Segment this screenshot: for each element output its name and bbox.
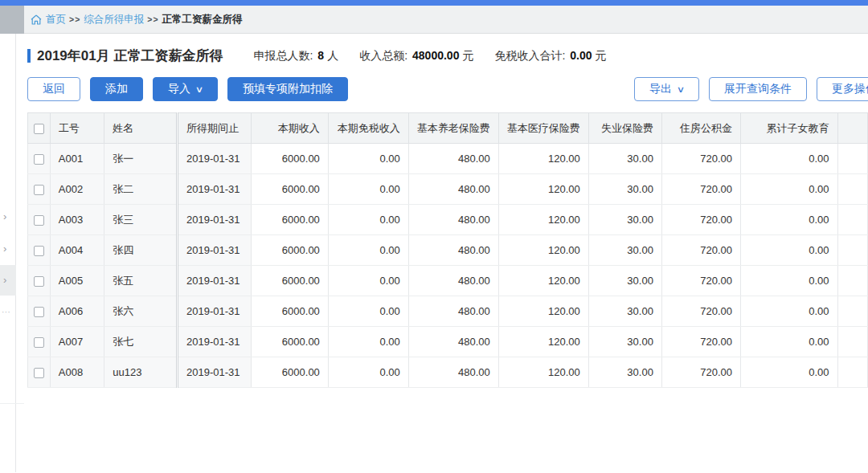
cell-tax_free_income: 0.00 (328, 266, 408, 296)
cell-housing_fund: 720.00 (661, 174, 740, 205)
cell-medical: 120.00 (498, 235, 588, 266)
more-actions-button[interactable]: 更多操作 (817, 77, 868, 101)
col-header-stub (837, 113, 867, 144)
stat-total-income: 收入总额:48000.00元 (359, 49, 473, 63)
cell-unemployment: 30.00 (588, 144, 661, 174)
cell-medical: 120.00 (498, 205, 588, 235)
row-checkbox[interactable] (34, 185, 44, 195)
cell-child_edu: 0.00 (740, 266, 837, 296)
summary-stats: 申报总人数:8人 收入总额:48000.00元 免税收入合计:0.00元 (253, 49, 606, 63)
prefill-special-deduction-button[interactable]: 预填专项附加扣除 (227, 77, 348, 101)
cell-stub (837, 266, 867, 296)
cell-unemployment: 30.00 (588, 357, 661, 388)
cell-name: 张三 (104, 205, 178, 235)
row-checkbox[interactable] (34, 276, 44, 287)
cell-period_end: 2019-01-31 (178, 174, 252, 205)
cell-medical: 120.00 (498, 357, 588, 388)
cell-pension: 480.00 (408, 174, 498, 205)
cell-stub (837, 357, 867, 388)
cell-tax_free_income: 0.00 (328, 296, 408, 327)
cell-housing_fund: 720.00 (661, 357, 740, 388)
cell-pension: 480.00 (408, 357, 498, 388)
select-all-header-cell (28, 113, 51, 144)
row-checkbox[interactable] (34, 246, 44, 256)
col-header-unemployment: 失业保险费 (588, 113, 661, 144)
back-button[interactable]: 返回 (27, 77, 80, 101)
cell-housing_fund: 720.00 (661, 327, 740, 357)
table-row: A008uu1232019-01-316000.000.00480.00120.… (28, 357, 868, 388)
cell-pension: 480.00 (408, 235, 498, 266)
cell-income: 6000.00 (251, 144, 328, 174)
cell-housing_fund: 720.00 (661, 296, 740, 327)
sidebar-edge-highlight (0, 265, 16, 296)
row-checkbox[interactable] (34, 337, 44, 348)
cell-income: 6000.00 (251, 327, 328, 357)
breadcrumb-item-current: 正常工资薪金所得 (162, 13, 243, 27)
row-checkbox[interactable] (34, 215, 44, 226)
row-checkbox-cell (28, 327, 51, 357)
table-row: A007张七2019-01-316000.000.00480.00120.003… (28, 327, 868, 357)
top-accent-bar (0, 0, 868, 6)
chevron-down-icon: ∨ (195, 84, 203, 95)
table-row: A006张六2019-01-316000.000.00480.00120.003… (28, 296, 868, 327)
cell-pension: 480.00 (408, 266, 498, 296)
cell-name: 张七 (104, 327, 178, 357)
row-checkbox[interactable] (34, 368, 44, 378)
cell-name: 张一 (104, 144, 178, 174)
cell-stub (837, 296, 867, 327)
cell-period_end: 2019-01-31 (178, 144, 252, 174)
cell-pension: 480.00 (408, 296, 498, 327)
cell-medical: 120.00 (498, 296, 588, 327)
cell-pension: 480.00 (408, 205, 498, 235)
col-header-tax_free_income: 本期免税收入 (328, 113, 408, 144)
cell-tax_free_income: 0.00 (328, 144, 408, 174)
cell-period_end: 2019-01-31 (178, 266, 252, 296)
export-dropdown-button[interactable]: 导出 ∨ (634, 77, 699, 101)
home-icon[interactable] (31, 14, 42, 25)
cell-housing_fund: 720.00 (661, 205, 740, 235)
row-checkbox-cell (28, 296, 51, 327)
collapsed-sidebar-corner (0, 6, 24, 34)
toolbar: 返回 添加 导入 ∨ 预填专项附加扣除 导出 ∨ 展开查询条件 (27, 77, 868, 101)
row-checkbox-cell (28, 205, 51, 235)
expand-query-button[interactable]: 展开查询条件 (709, 77, 807, 101)
cell-stub (837, 235, 867, 266)
col-header-housing_fund: 住房公积金 (661, 113, 740, 144)
cell-income: 6000.00 (251, 235, 328, 266)
cell-emp_id: A002 (50, 174, 104, 205)
col-header-emp_id: 工号 (50, 113, 104, 144)
row-checkbox[interactable] (34, 307, 44, 317)
cell-child_edu: 0.00 (740, 327, 837, 357)
cell-tax_free_income: 0.00 (328, 235, 408, 266)
cell-housing_fund: 720.00 (661, 266, 740, 296)
row-checkbox-cell (28, 357, 51, 388)
cell-child_edu: 0.00 (740, 296, 837, 327)
table-row: A005张五2019-01-316000.000.00480.00120.003… (28, 266, 868, 296)
cell-period_end: 2019-01-31 (178, 205, 252, 235)
breadcrumb-separator: >> (69, 14, 80, 24)
cell-income: 6000.00 (251, 205, 328, 235)
cell-child_edu: 0.00 (740, 235, 837, 266)
breadcrumb-item-home[interactable]: 首页 (46, 13, 66, 27)
cell-name: 张四 (104, 235, 178, 266)
cell-child_edu: 0.00 (740, 205, 837, 235)
cell-tax_free_income: 0.00 (328, 327, 408, 357)
cell-period_end: 2019-01-31 (178, 296, 252, 327)
col-header-pension: 基本养老保险费 (408, 113, 498, 144)
cell-stub (837, 144, 867, 174)
salary-table: 工号姓名所得期间止本期收入本期免税收入基本养老保险费基本医疗保险费失业保险费住房… (27, 112, 868, 388)
import-dropdown-button[interactable]: 导入 ∨ (153, 77, 218, 101)
add-button[interactable]: 添加 (90, 77, 143, 101)
col-header-medical: 基本医疗保险费 (498, 113, 588, 144)
table-row: A003张三2019-01-316000.000.00480.00120.003… (28, 205, 868, 235)
cell-name: uu123 (104, 357, 178, 388)
breadcrumb-separator: >> (147, 14, 158, 24)
row-checkbox[interactable] (34, 154, 44, 165)
cell-unemployment: 30.00 (588, 266, 661, 296)
breadcrumb-item-comprehensive-income[interactable]: 综合所得申报 (84, 13, 144, 27)
cell-child_edu: 0.00 (740, 144, 837, 174)
table-row: A002张二2019-01-316000.000.00480.00120.003… (28, 174, 868, 205)
select-all-checkbox[interactable] (34, 124, 44, 134)
cell-child_edu: 0.00 (740, 174, 837, 205)
cell-name: 张五 (104, 266, 178, 296)
